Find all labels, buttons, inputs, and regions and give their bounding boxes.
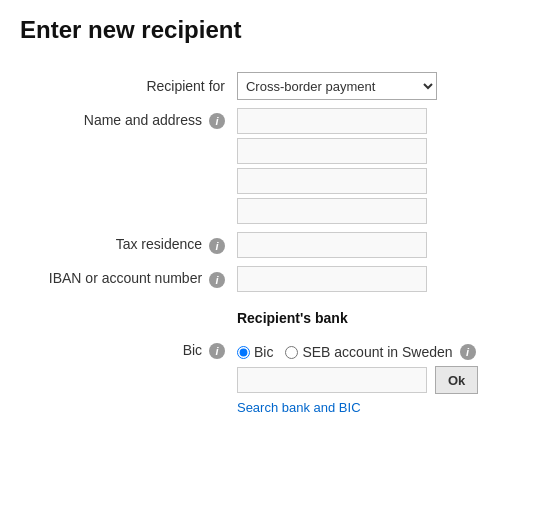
bic-radio[interactable] (237, 346, 250, 359)
iban-field-cell (231, 262, 515, 296)
page-title: Enter new recipient (20, 16, 515, 44)
address-field-1[interactable] (237, 108, 427, 134)
tax-residence-input[interactable] (237, 232, 427, 258)
tax-residence-info-icon[interactable]: i (209, 238, 225, 254)
recipients-bank-heading: Recipient's bank (237, 310, 509, 326)
address-field-3[interactable] (237, 168, 427, 194)
name-address-label-cell: Name and address i (20, 104, 231, 228)
tax-residence-field-cell (231, 228, 515, 262)
address-field-2[interactable] (237, 138, 427, 164)
bic-label-cell: Bic i (20, 338, 231, 419)
name-address-info-icon[interactable]: i (209, 113, 225, 129)
iban-info-icon[interactable]: i (209, 272, 225, 288)
recipient-for-label: Recipient for (20, 68, 231, 104)
recipient-for-row: Recipient for Cross-border paymentDomest… (20, 68, 515, 104)
tax-residence-label: Tax residence (116, 236, 202, 252)
name-address-label: Name and address (84, 112, 202, 128)
bic-input[interactable] (237, 367, 427, 393)
recipient-for-field-cell: Cross-border paymentDomestic paymentSEPA… (231, 68, 515, 104)
seb-info-icon[interactable]: i (460, 344, 476, 360)
iban-input[interactable] (237, 266, 427, 292)
form-table: Recipient for Cross-border paymentDomest… (20, 68, 515, 419)
bic-radio-label[interactable]: Bic (237, 344, 273, 360)
search-bank-bic-link[interactable]: Search bank and BIC (237, 400, 509, 415)
name-address-inputs (231, 104, 515, 228)
iban-label: IBAN or account number (49, 270, 202, 286)
ok-button[interactable]: Ok (435, 366, 478, 394)
bic-field-cell: Bic SEB account in Sweden i Ok Search ba… (231, 338, 515, 419)
seb-radio-label[interactable]: SEB account in Sweden i (285, 344, 475, 360)
recipients-bank-header-row: Recipient's bank (20, 296, 515, 338)
address-field-4[interactable] (237, 198, 427, 224)
bic-info-icon[interactable]: i (209, 343, 225, 359)
bic-input-row: Ok (237, 366, 509, 394)
recipients-bank-header-cell: Recipient's bank (231, 296, 515, 338)
bic-label: Bic (183, 342, 202, 358)
seb-radio[interactable] (285, 346, 298, 359)
iban-row: IBAN or account number i (20, 262, 515, 296)
address-fields-container (237, 108, 509, 224)
tax-residence-row: Tax residence i (20, 228, 515, 262)
iban-label-cell: IBAN or account number i (20, 262, 231, 296)
bic-row: Bic i Bic SEB account in Sweden i (20, 338, 515, 419)
name-address-row: Name and address i (20, 104, 515, 228)
bic-radio-row: Bic SEB account in Sweden i (237, 344, 509, 360)
recipient-for-select[interactable]: Cross-border paymentDomestic paymentSEPA… (237, 72, 437, 100)
tax-residence-label-cell: Tax residence i (20, 228, 231, 262)
